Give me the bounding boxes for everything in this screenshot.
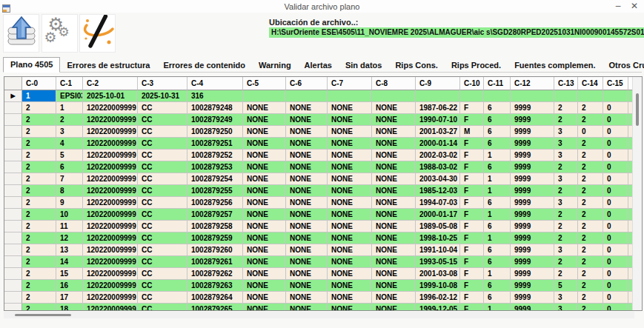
grid-cell[interactable]: NONE	[243, 209, 286, 221]
grid-cell[interactable]: CC	[138, 102, 187, 114]
grid-cell[interactable]: 2002-03-02	[416, 150, 460, 161]
grid-cell[interactable]: 1	[56, 102, 83, 114]
grid-row-header[interactable]	[4, 280, 22, 292]
grid-cell[interactable]: 3	[554, 244, 578, 256]
grid-cell[interactable]: 2	[578, 280, 603, 292]
grid-cell[interactable]: 120220009999	[83, 256, 138, 268]
grid-cell[interactable]: 9999	[511, 150, 554, 161]
grid-cell[interactable]: 2	[554, 102, 578, 114]
grid-cell[interactable]: 2	[22, 138, 56, 150]
grid-cell[interactable]: 9999	[511, 138, 554, 150]
grid-cell[interactable]: CC	[138, 244, 187, 256]
grid-cell[interactable]: 0	[603, 114, 628, 126]
grid-cell[interactable]: 15	[56, 268, 83, 280]
grid-row[interactable]: 218120220009999CC1002879265NONENONENONEN…	[4, 304, 632, 310]
grid-cell[interactable]: CC	[138, 304, 187, 310]
grid-cell[interactable]: 2	[22, 173, 56, 185]
grid-cell[interactable]: NONE	[286, 244, 328, 256]
grid-cell[interactable]: 1002879255	[187, 185, 243, 197]
grid-cell[interactable]: 9999	[511, 256, 554, 268]
grid-cell[interactable]	[328, 90, 372, 102]
grid-cell[interactable]: NONE	[372, 256, 416, 268]
grid-cell[interactable]: NONE	[328, 280, 372, 292]
grid-cell[interactable]: NONE	[372, 173, 416, 185]
grid-cell[interactable]: NONE	[243, 280, 286, 292]
close-button[interactable]: ✕	[628, 1, 641, 12]
grid-cell[interactable]: NONE	[328, 114, 372, 126]
grid-cell[interactable]: 1994-07-03	[416, 197, 460, 209]
grid-cell[interactable]: 6	[484, 292, 511, 304]
grid-cell[interactable]: CC	[138, 161, 187, 173]
grid-cell[interactable]: 2	[22, 221, 56, 232]
grid-cell[interactable]: 0	[603, 232, 628, 244]
grid-cell[interactable]: 120220009999	[83, 292, 138, 304]
grid-cell[interactable]: 2	[22, 102, 56, 114]
grid-cell[interactable]: 120220009999	[83, 150, 138, 161]
grid-cell[interactable]	[554, 90, 578, 102]
grid-cell[interactable]: 1999-10-08	[416, 280, 460, 292]
grid-row-header[interactable]	[4, 304, 22, 310]
grid-cell[interactable]	[484, 90, 511, 102]
grid-cell[interactable]: 0	[603, 256, 628, 268]
grid-cell[interactable]: NONE	[328, 102, 372, 114]
grid-cell[interactable]: 120220009999	[83, 268, 138, 280]
grid-cell[interactable]: 120220009999	[83, 304, 138, 310]
grid-column-header[interactable]: C-2	[83, 77, 138, 90]
tab-errores-de-estructura[interactable]: Errores de estructura	[60, 58, 156, 73]
grid-cell[interactable]: 1991-10-04	[416, 244, 460, 256]
grid-cell[interactable]: 0	[603, 292, 628, 304]
grid-cell[interactable]: 2	[22, 268, 56, 280]
grid-cell[interactable]: 2	[22, 280, 56, 292]
grid-cell[interactable]: 1998-10-25	[416, 232, 460, 244]
grid-cell[interactable]: 1	[484, 185, 511, 197]
grid-cell[interactable]: 2	[22, 161, 56, 173]
grid-cell[interactable]: CC	[138, 268, 187, 280]
grid-cell[interactable]: F	[460, 304, 484, 310]
grid-cell[interactable]: 6	[484, 221, 511, 232]
grid-cell[interactable]: F	[460, 292, 484, 304]
grid-cell[interactable]: F	[460, 102, 484, 114]
grid-cell[interactable]: 2	[22, 256, 56, 268]
grid-cell[interactable]: NONE	[372, 304, 416, 310]
grid-cell[interactable]: 2025-10-31	[138, 90, 187, 102]
grid-cell[interactable]: 2000-01-17	[416, 209, 460, 221]
grid-cell[interactable]: 11	[56, 221, 83, 232]
grid-cell[interactable]: 9	[56, 197, 83, 209]
grid-column-header[interactable]: C-10	[460, 77, 484, 90]
grid-row-header[interactable]	[4, 292, 22, 304]
wizard-button[interactable]	[79, 14, 116, 53]
vertical-scrollbar-thumb[interactable]	[636, 93, 639, 126]
grid-cell[interactable]: EPSI03	[56, 90, 83, 102]
grid-cell[interactable]: 2	[578, 256, 603, 268]
grid-cell[interactable]: F	[460, 244, 484, 256]
grid-cell[interactable]: NONE	[372, 232, 416, 244]
grid-cell[interactable]	[416, 90, 460, 102]
grid-cell[interactable]: 2	[56, 114, 83, 126]
grid-cell[interactable]: 1	[484, 304, 511, 310]
grid-cell[interactable]	[511, 90, 554, 102]
grid-cell[interactable]: NONE	[328, 304, 372, 310]
grid-cell[interactable]: 1	[484, 268, 511, 280]
grid-cell[interactable]: 1002879252	[187, 150, 243, 161]
grid-cell[interactable]: 2	[554, 232, 578, 244]
grid-cell[interactable]: NONE	[286, 185, 328, 197]
grid-cell[interactable]: 9999	[511, 244, 554, 256]
grid-cell[interactable]: 120220009999	[83, 280, 138, 292]
grid-cell[interactable]: 120220009999	[83, 173, 138, 185]
grid-cell[interactable]	[603, 90, 628, 102]
grid-cell[interactable]: NONE	[243, 114, 286, 126]
grid-cell[interactable]: NONE	[328, 126, 372, 138]
grid-cell[interactable]: 0	[603, 280, 628, 292]
grid-cell[interactable]: 2	[554, 185, 578, 197]
grid-cell[interactable]: 6	[484, 161, 511, 173]
grid-cell[interactable]: 6	[484, 256, 511, 268]
grid-cell[interactable]: F	[460, 150, 484, 161]
grid-cell[interactable]: F	[460, 138, 484, 150]
grid-row-header[interactable]	[4, 114, 22, 126]
grid-row-header[interactable]	[4, 209, 22, 221]
grid-cell[interactable]: CC	[138, 126, 187, 138]
grid-cell[interactable]: NONE	[243, 197, 286, 209]
tab-sin-datos[interactable]: Sin datos	[339, 58, 389, 73]
grid-cell[interactable]: 2	[578, 221, 603, 232]
grid-cell[interactable]: 0	[603, 185, 628, 197]
